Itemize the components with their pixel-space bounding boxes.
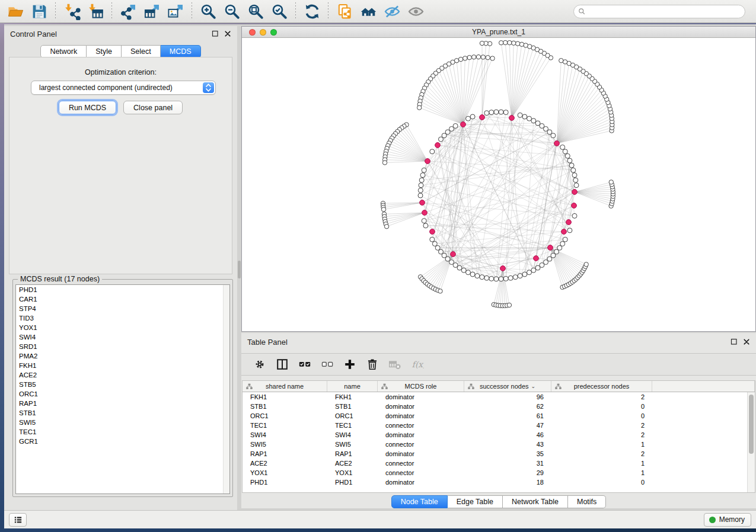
first-neighbors-button[interactable] (356, 2, 380, 21)
mcds-result-item[interactable]: TID3 (16, 313, 229, 323)
gear-button[interactable] (248, 355, 271, 373)
close-traffic-light-icon[interactable] (249, 29, 256, 36)
new-network-from-selection-button[interactable] (333, 2, 356, 21)
mcds-result-item[interactable]: STB1 (16, 408, 229, 418)
tab-node-table[interactable]: Node Table (391, 495, 448, 508)
zoom-in-button[interactable] (196, 2, 220, 21)
cell: connector (378, 468, 464, 477)
mcds-result-list[interactable]: PHD1CAR1STP4TID3YOX1SWI4SRD1PMA2FKH1ACE2… (15, 284, 230, 494)
criterion-dropdown[interactable]: largest connected component (undirected) (31, 81, 216, 95)
cell: TEC1 (327, 421, 378, 430)
cell: FKH1 (327, 392, 378, 402)
mcds-result-groupbox: MCDS result (17 nodes) PHD1CAR1STP4TID3Y… (12, 279, 233, 497)
import-table-icon (87, 3, 104, 20)
table-row[interactable]: YOX1YOX1connector291 (243, 468, 755, 477)
float-window-icon[interactable] (212, 30, 219, 37)
columns-button[interactable] (271, 355, 294, 373)
export-table-button[interactable] (140, 2, 164, 21)
column-header-MCDS-role[interactable]: MCDS role (378, 381, 464, 392)
table-row[interactable]: SWI4SWI4dominator462 (243, 430, 755, 440)
zoom-selected-button[interactable] (267, 2, 291, 21)
mcds-list-scrollbar[interactable] (223, 285, 229, 493)
gear-icon (253, 358, 266, 371)
refresh-icon (304, 3, 321, 20)
column-header-predecessor-nodes[interactable]: predecessor nodes (551, 381, 652, 392)
mcds-result-item[interactable]: SWI5 (16, 418, 229, 427)
mcds-result-item[interactable]: CAR1 (16, 294, 229, 304)
select-all-button[interactable] (294, 355, 316, 373)
table-scrollbar[interactable] (747, 392, 755, 492)
maximize-traffic-light-icon[interactable] (270, 29, 277, 36)
export-network-button[interactable] (116, 2, 140, 21)
table-row[interactable]: ACE2ACE2connector311 (243, 459, 755, 468)
mcds-result-item[interactable]: SWI4 (16, 332, 229, 342)
table-row[interactable]: TEC1TEC1connector472 (243, 421, 755, 430)
column-header-shared-name[interactable]: shared name (243, 381, 327, 392)
task-history-button[interactable] (9, 513, 27, 527)
tab-edge-table[interactable]: Edge Table (448, 495, 503, 508)
mcds-result-item[interactable]: TEC1 (16, 427, 229, 437)
export-image-button[interactable] (164, 2, 187, 21)
cell: dominator (378, 392, 464, 402)
network-graph-canvas[interactable] (242, 38, 755, 331)
mcds-result-item[interactable]: PHD1 (16, 285, 229, 294)
cell: 46 (464, 430, 551, 440)
tab-network-table[interactable]: Network Table (503, 495, 568, 508)
refresh-button[interactable] (300, 2, 324, 21)
tab-select[interactable]: Select (122, 45, 161, 58)
zoom-out-button[interactable] (220, 2, 244, 21)
run-mcds-button[interactable]: Run MCDS (59, 101, 116, 114)
dropdown-stepper-icon (203, 82, 214, 93)
mcds-result-item[interactable]: FKH1 (16, 361, 229, 370)
add-button[interactable] (339, 355, 361, 373)
mcds-result-item[interactable]: PMA2 (16, 351, 229, 361)
table-row[interactable]: PHD1PHD1dominator180 (243, 477, 755, 487)
tab-network[interactable]: Network (40, 45, 87, 58)
table-row[interactable]: STB1STB1dominator620 (243, 402, 755, 411)
column-label: shared name (266, 383, 304, 390)
mcds-result-item[interactable]: RAP1 (16, 399, 229, 408)
cell: SWI5 (243, 440, 327, 449)
column-header-name[interactable]: name (327, 381, 378, 392)
close-panel-button[interactable]: Close panel (123, 101, 183, 114)
mcds-result-item[interactable]: GCR1 (16, 437, 229, 446)
tab-motifs[interactable]: Motifs (568, 495, 606, 508)
memory-button[interactable]: Memory (704, 513, 751, 527)
mcds-result-item[interactable]: STP4 (16, 304, 229, 313)
mcds-result-item[interactable]: ACE2 (16, 370, 229, 380)
delete-button[interactable] (361, 355, 384, 373)
minimize-traffic-light-icon[interactable] (260, 29, 266, 36)
table-row[interactable]: RAP1RAP1dominator352 (243, 449, 755, 459)
import-network-button[interactable] (60, 2, 84, 21)
tab-style[interactable]: Style (87, 45, 122, 58)
mcds-result-item[interactable]: STB5 (16, 380, 229, 389)
mcds-result-item[interactable]: SRD1 (16, 342, 229, 351)
open-folder-button[interactable] (4, 2, 27, 21)
table-row[interactable]: FKH1FKH1dominator962 (243, 392, 755, 402)
table-row[interactable]: ORC1ORC1dominator610 (243, 411, 755, 421)
select-all-icon (298, 358, 311, 371)
show-all-button[interactable] (404, 2, 428, 21)
float-window-icon[interactable] (731, 338, 738, 345)
hide-selected-icon (384, 3, 401, 20)
cell: PHD1 (243, 477, 327, 487)
first-neighbors-icon (360, 3, 377, 20)
close-icon[interactable] (224, 30, 231, 37)
search-input[interactable] (573, 5, 745, 18)
network-window-titlebar[interactable]: YPA_prune.txt_1 (242, 27, 755, 38)
mcds-result-item[interactable]: YOX1 (16, 323, 229, 332)
close-icon[interactable] (743, 338, 750, 345)
control-panel-tabs: NetworkStyleSelectMCDS (4, 45, 237, 58)
table-row[interactable]: SWI5SWI5connector431 (243, 440, 755, 449)
import-table-button[interactable] (84, 2, 107, 21)
column-header-successor-nodes[interactable]: successor nodes⌄ (464, 381, 551, 392)
splitter-handle[interactable] (238, 261, 241, 278)
deselect-all-button[interactable] (316, 355, 339, 373)
cell: 1 (551, 440, 652, 449)
tab-mcds[interactable]: MCDS (161, 45, 201, 58)
zoom-fit-button[interactable] (244, 2, 267, 21)
mcds-result-item[interactable]: ORC1 (16, 389, 229, 399)
hide-selected-button[interactable] (380, 2, 404, 21)
table-panel-title: Table Panel (247, 338, 288, 347)
save-button[interactable] (27, 2, 51, 21)
